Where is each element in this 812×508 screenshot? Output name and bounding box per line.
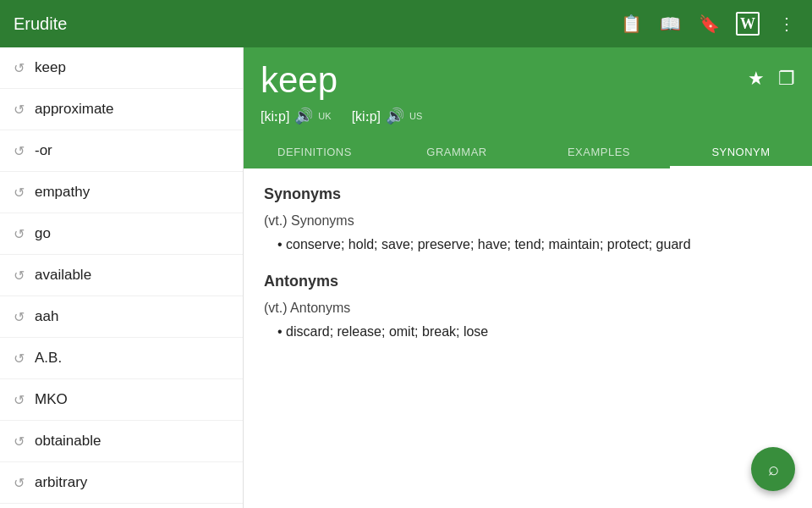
history-icon: ↺ xyxy=(14,475,25,491)
app-title: Erudite xyxy=(14,14,619,34)
sidebar-item-label: empathy xyxy=(35,184,90,201)
main-layout: ↺keep↺approximate↺-or↺empathy↺go↺availab… xyxy=(0,47,812,508)
flashcard-icon[interactable]: 📋 xyxy=(619,12,643,36)
sidebar-item-label: -or xyxy=(35,142,52,159)
us-speaker-icon[interactable]: 🔊 xyxy=(386,107,404,125)
us-label: US xyxy=(409,111,422,121)
word-title: keep xyxy=(261,61,337,100)
sidebar-item-label: keep xyxy=(35,59,66,76)
tab-grammar[interactable]: GRAMMAR xyxy=(386,135,528,168)
sidebar-item[interactable]: ↺A.B. xyxy=(0,338,243,379)
tab-examples[interactable]: EXAMPLES xyxy=(528,135,670,168)
sidebar-item-label: available xyxy=(35,267,91,284)
word-icon[interactable]: W xyxy=(736,12,760,36)
copy-icon[interactable]: ❐ xyxy=(778,68,795,90)
sidebar-item[interactable]: ↺-or xyxy=(0,130,243,172)
synonyms-list: conserve; hold; save; preserve; have; te… xyxy=(264,234,792,256)
sidebar-item[interactable]: ↺keep xyxy=(0,47,243,89)
antonyms-heading: Antonyms xyxy=(264,273,792,290)
history-icon: ↺ xyxy=(14,226,25,242)
sidebar-item[interactable]: ↺approximate xyxy=(0,89,243,130)
topbar: Erudite 📋 📖 🔖 W ⋮ xyxy=(0,0,812,47)
sidebar-item-label: obtainable xyxy=(35,433,101,450)
topbar-actions: 📋 📖 🔖 W ⋮ xyxy=(619,12,798,36)
sidebar-item-label: approximate xyxy=(35,101,114,118)
uk-label: UK xyxy=(318,111,331,121)
history-sidebar: ↺keep↺approximate↺-or↺empathy↺go↺availab… xyxy=(0,47,244,508)
uk-pron-text: [kiːp] xyxy=(261,108,289,124)
pronunciation-uk: [kiːp] 🔊 UK xyxy=(261,107,332,125)
search-fab[interactable]: ⌕ xyxy=(751,447,795,491)
word-header: keep ★ ❐ [kiːp] 🔊 UK [kiːp] 🔊 US xyxy=(244,47,812,135)
sidebar-item-label: aah xyxy=(35,308,58,325)
tab-synonym[interactable]: SYNONYM xyxy=(670,135,812,168)
sidebar-item-label: arbitrary xyxy=(35,474,87,491)
tab-bar: DEFINITIONS GRAMMAR EXAMPLES SYNONYM xyxy=(244,135,812,168)
history-icon: ↺ xyxy=(14,185,25,201)
star-icon[interactable]: ★ xyxy=(748,68,765,90)
antonyms-pos-label: (vt.) Antonyms xyxy=(264,301,792,316)
word-header-top: keep ★ ❐ xyxy=(261,61,795,100)
sidebar-item[interactable]: ↺go xyxy=(0,213,243,255)
history-icon: ↺ xyxy=(14,143,25,159)
sidebar-item-label: A.B. xyxy=(35,350,62,367)
history-icon: ↺ xyxy=(14,351,25,367)
history-icon: ↺ xyxy=(14,268,25,284)
pronunciation-us: [kiːp] 🔊 US xyxy=(352,107,423,125)
content-body: Synonyms (vt.) Synonyms conserve; hold; … xyxy=(244,168,812,508)
search-icon: ⌕ xyxy=(768,458,779,480)
sidebar-item[interactable]: ↺empathy xyxy=(0,172,243,213)
history-icon: ↺ xyxy=(14,392,25,408)
sidebar-item-label: go xyxy=(35,225,51,242)
header-actions: ★ ❐ xyxy=(748,68,795,90)
content-panel: keep ★ ❐ [kiːp] 🔊 UK [kiːp] 🔊 US xyxy=(244,47,812,508)
us-pron-text: [kiːp] xyxy=(352,108,381,124)
sidebar-item-label: MKO xyxy=(35,391,68,408)
history-icon: ↺ xyxy=(14,433,25,450)
more-options-icon[interactable]: ⋮ xyxy=(775,12,798,36)
antonyms-section: Antonyms (vt.) Antonyms discard; release… xyxy=(264,273,792,343)
antonyms-list: discard; release; omit; break; lose xyxy=(264,321,792,343)
synonyms-heading: Synonyms xyxy=(264,185,792,203)
sidebar-item[interactable]: ↺MKO xyxy=(0,379,243,421)
book-icon[interactable]: 📖 xyxy=(658,12,682,36)
sidebar-item[interactable]: ↺aah xyxy=(0,296,243,338)
uk-speaker-icon[interactable]: 🔊 xyxy=(294,107,313,125)
bookmark-icon[interactable]: 🔖 xyxy=(697,12,721,36)
sidebar-item[interactable]: ↺available xyxy=(0,255,243,296)
synonyms-pos-label: (vt.) Synonyms xyxy=(264,213,792,229)
history-icon: ↺ xyxy=(14,309,25,325)
pronunciations: [kiːp] 🔊 UK [kiːp] 🔊 US xyxy=(261,107,795,125)
history-icon: ↺ xyxy=(14,102,25,118)
tab-definitions[interactable]: DEFINITIONS xyxy=(244,135,386,168)
sidebar-item[interactable]: ↺obtainable xyxy=(0,421,243,462)
history-icon: ↺ xyxy=(14,60,25,76)
sidebar-item[interactable]: ↺arbitrary xyxy=(0,462,243,504)
